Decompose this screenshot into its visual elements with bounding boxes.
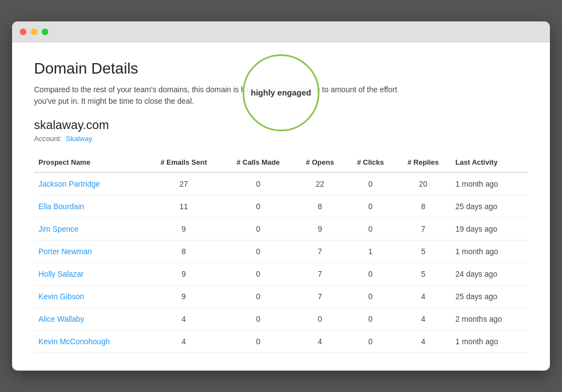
cell-opens: 4 (294, 331, 346, 353)
cell-emails: 9 (145, 285, 222, 308)
cell-activity: 1 month ago (451, 240, 528, 263)
table-row: Holly Salazar9070524 days ago (34, 263, 528, 285)
cell-prospect-name: Holly Salazar (34, 263, 145, 285)
cell-calls: 0 (222, 331, 295, 353)
col-opens: # Opens (294, 153, 346, 172)
minimize-button[interactable] (31, 29, 37, 35)
cell-opens: 7 (294, 263, 346, 285)
col-calls-made: # Calls Made (222, 153, 295, 172)
cell-activity: 24 days ago (451, 263, 528, 285)
cell-clicks: 0 (346, 263, 396, 285)
table-row: Porter Newman807151 month ago (34, 240, 528, 263)
cell-calls: 0 (222, 263, 295, 285)
app-window: Domain Details Compared to the rest of y… (12, 21, 550, 371)
table-header: Prospect Name # Emails Sent # Calls Made… (34, 153, 528, 172)
col-last-activity: Last Activity (451, 153, 528, 172)
cell-prospect-name: Kevin Gibson (34, 285, 145, 308)
col-replies: # Replies (395, 153, 451, 172)
cell-calls: 0 (222, 285, 295, 308)
cell-activity: 1 month ago (451, 331, 528, 353)
engagement-badge: highly engaged (243, 54, 319, 131)
main-content: Domain Details Compared to the rest of y… (12, 42, 550, 371)
prospect-link[interactable]: Ella Bourdain (38, 202, 84, 211)
prospect-link[interactable]: Holly Salazar (38, 270, 83, 278)
cell-activity: 19 days ago (451, 218, 528, 240)
cell-replies: 4 (395, 308, 451, 331)
badge-text: highly engaged (251, 87, 311, 98)
cell-opens: 0 (294, 308, 346, 331)
table-row: Kevin Gibson9070425 days ago (34, 285, 528, 308)
cell-calls: 0 (222, 308, 295, 331)
cell-prospect-name: Ella Bourdain (34, 195, 145, 218)
cell-clicks: 1 (346, 240, 396, 263)
cell-emails: 4 (145, 308, 222, 331)
cell-replies: 7 (395, 218, 451, 240)
cell-calls: 0 (222, 218, 295, 240)
cell-emails: 27 (145, 172, 222, 195)
cell-opens: 7 (294, 285, 346, 308)
cell-replies: 8 (395, 195, 451, 218)
cell-calls: 0 (222, 240, 295, 263)
cell-emails: 11 (145, 195, 222, 218)
table-row: Jim Spence9090719 days ago (34, 218, 528, 240)
cell-emails: 9 (145, 218, 222, 240)
cell-opens: 8 (294, 195, 346, 218)
table-row: Jackson Partridge270220201 month ago (34, 172, 528, 195)
cell-replies: 5 (395, 263, 451, 285)
header-row: Prospect Name # Emails Sent # Calls Made… (34, 153, 528, 172)
cell-opens: 22 (294, 172, 346, 195)
cell-calls: 0 (222, 195, 295, 218)
cell-clicks: 0 (346, 172, 396, 195)
account-link[interactable]: Skalway (66, 135, 92, 143)
prospect-link[interactable]: Kevin McConohough (38, 337, 110, 346)
cell-prospect-name: Jackson Partridge (34, 172, 145, 195)
prospect-link[interactable]: Porter Newman (38, 247, 92, 256)
cell-opens: 7 (294, 240, 346, 263)
cell-emails: 9 (145, 263, 222, 285)
close-button[interactable] (20, 29, 26, 35)
cell-activity: 2 months ago (451, 308, 528, 331)
cell-replies: 4 (395, 331, 451, 353)
cell-clicks: 0 (346, 218, 396, 240)
prospect-link[interactable]: Jim Spence (38, 225, 78, 233)
cell-clicks: 0 (346, 308, 396, 331)
prospects-table: Prospect Name # Emails Sent # Calls Made… (34, 153, 528, 353)
table-row: Alice Wallaby400042 months ago (34, 308, 528, 331)
cell-calls: 0 (222, 172, 295, 195)
titlebar (12, 21, 550, 42)
cell-emails: 8 (145, 240, 222, 263)
cell-prospect-name: Kevin McConohough (34, 331, 145, 353)
cell-replies: 5 (395, 240, 451, 263)
prospect-link[interactable]: Jackson Partridge (38, 180, 100, 188)
page-description: Compared to the rest of your team's doma… (34, 84, 418, 107)
account-label: Account: (34, 135, 62, 143)
col-prospect-name: Prospect Name (34, 153, 145, 172)
table-row: Kevin McConohough404041 month ago (34, 331, 528, 353)
cell-clicks: 0 (346, 195, 396, 218)
table-row: Ella Bourdain11080825 days ago (34, 195, 528, 218)
col-emails-sent: # Emails Sent (145, 153, 222, 172)
cell-replies: 4 (395, 285, 451, 308)
cell-prospect-name: Alice Wallaby (34, 308, 145, 331)
header-area: Domain Details Compared to the rest of y… (34, 60, 528, 107)
cell-prospect-name: Porter Newman (34, 240, 145, 263)
cell-activity: 25 days ago (451, 285, 528, 308)
cell-replies: 20 (395, 172, 451, 195)
maximize-button[interactable] (42, 29, 48, 35)
cell-activity: 1 month ago (451, 172, 528, 195)
cell-prospect-name: Jim Spence (34, 218, 145, 240)
col-clicks: # Clicks (346, 153, 396, 172)
cell-clicks: 0 (346, 285, 396, 308)
prospect-link[interactable]: Alice Wallaby (38, 315, 85, 323)
cell-activity: 25 days ago (451, 195, 528, 218)
cell-clicks: 0 (346, 331, 396, 353)
description-part1: Compared to the rest of your team's doma… (34, 85, 231, 94)
account-line: Account: Skalway (34, 135, 528, 143)
cell-emails: 4 (145, 331, 222, 353)
cell-opens: 9 (294, 218, 346, 240)
table-body: Jackson Partridge270220201 month agoElla… (34, 172, 528, 353)
prospect-link[interactable]: Kevin Gibson (38, 292, 84, 301)
